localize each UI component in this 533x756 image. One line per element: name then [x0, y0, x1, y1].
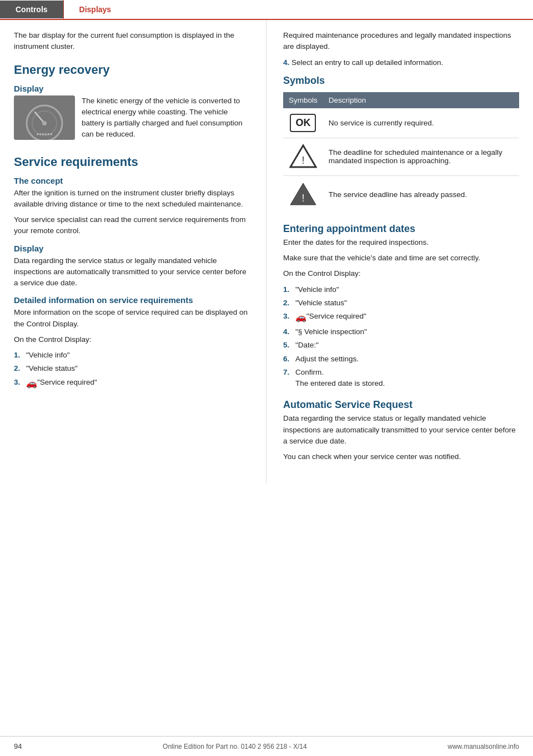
page-footer: 94 Online Edition for Part no. 0140 2 95… [0, 736, 533, 756]
ok-symbol: OK [290, 114, 316, 132]
list-text: "Service required" [306, 311, 366, 324]
auto-service-title: Automatic Service Request [283, 399, 519, 411]
list-item: 5. "Date:" [283, 340, 519, 351]
energy-display-subtitle: Display [14, 84, 252, 93]
list-num: 3. [283, 311, 295, 324]
footer-copyright: Online Edition for Part no. 0140 2 956 2… [163, 743, 307, 750]
page-number: 94 [14, 742, 22, 750]
car-icon: 🚗 [26, 377, 37, 390]
footer-website: www.manualsonline.info [447, 743, 519, 750]
left-numbered-list: 1. "Vehicle info" 2. "Vehicle status" 3.… [14, 350, 252, 390]
concept-text1: After the ignition is turned on the inst… [14, 188, 252, 210]
triangle-filled-icon: ! [289, 182, 317, 206]
description-cell: No service is currently required. [323, 108, 519, 138]
intro-text: The bar display for the current fuel con… [14, 30, 252, 53]
list-item: 4. "§ Vehicle inspection" [283, 326, 519, 337]
list-item: 6. Adjust the settings. [283, 354, 519, 365]
main-content: The bar display for the current fuel con… [0, 20, 533, 483]
left-column: The bar display for the current fuel con… [0, 20, 266, 483]
list-text: Confirm. [295, 367, 324, 378]
auto-service-text2: You can check when your service center w… [283, 451, 519, 462]
energy-recovery-title: Energy recovery [14, 63, 252, 77]
list-item: 1. "Vehicle info" [14, 350, 252, 361]
list-num: 2. [14, 363, 26, 374]
detailed-info-text: More information on the scope of service… [14, 307, 252, 330]
list-text: "Vehicle info" [26, 350, 70, 361]
list-item: 3. 🚗 "Service required" [14, 377, 252, 390]
list-num: 3. [14, 377, 26, 390]
symbol-cell-triangle2: ! [283, 175, 323, 213]
detailed-info-subtitle: Detailed information on service requirem… [14, 295, 252, 305]
svg-text:●●●●●●: ●●●●●● [37, 132, 53, 137]
list-num: 1. [283, 284, 295, 295]
concept-subtitle: The concept [14, 176, 252, 185]
service-display-text: Data regarding the service status or leg… [14, 255, 252, 289]
list-num: 6. [283, 354, 295, 365]
list-subtext: The entered date is stored. [295, 379, 385, 387]
right-column: Required maintenance procedures and lega… [266, 20, 533, 483]
service-display-subtitle: Display [14, 244, 252, 253]
list-item: 7. Confirm. The entered date is stored. [283, 367, 519, 390]
list-num: 7. [283, 367, 295, 378]
table-row: OK No service is currently required. [283, 108, 519, 138]
symbols-col-header: Symbols [283, 92, 323, 108]
car-icon: 🚗 [295, 311, 306, 324]
symbols-table: Symbols Description OK No service is cur… [283, 92, 519, 213]
entering-dates-text1: Enter the dates for the required inspect… [283, 237, 519, 248]
service-requirements-title: Service requirements [14, 155, 252, 169]
entering-dates-title: Entering appointment dates [283, 223, 519, 235]
control-display-label-left: On the Control Display: [14, 334, 252, 345]
list-item: 3. 🚗 "Service required" [283, 311, 519, 324]
svg-text:!: ! [301, 193, 304, 204]
list-num: 4. [283, 326, 295, 337]
list-item: 2. "Vehicle status" [283, 298, 519, 309]
list-text: "Service required" [37, 377, 97, 390]
list-item: 2. "Vehicle status" [14, 363, 252, 374]
table-row: ! The service deadline has already passe… [283, 175, 519, 213]
list-text: "Vehicle info" [295, 284, 339, 295]
description-col-header: Description [323, 92, 519, 108]
svg-point-4 [42, 121, 47, 125]
tab-displays[interactable]: Displays [64, 1, 127, 18]
list-text: "Vehicle status" [26, 363, 78, 374]
description-cell: The deadline for scheduled maintenance o… [323, 138, 519, 175]
page-header: Controls Displays [0, 0, 533, 20]
symbol-cell-ok: OK [283, 108, 323, 138]
list-text: Adjust the settings. [295, 354, 359, 365]
tab-controls[interactable]: Controls [0, 1, 63, 18]
symbol-cell-triangle1: ! [283, 138, 323, 175]
right-numbered-list: 1. "Vehicle info" 2. "Vehicle status" 3.… [283, 284, 519, 390]
symbols-title: Symbols [283, 75, 519, 87]
triangle-outline-icon: ! [289, 144, 317, 168]
list-num: 2. [283, 298, 295, 309]
list-text: "Vehicle status" [295, 298, 347, 309]
step4-text: 4. Select an entry to call up detailed i… [283, 57, 519, 68]
list-num: 5. [283, 340, 295, 351]
list-item: 1. "Vehicle info" [283, 284, 519, 295]
auto-service-text1: Data regarding the service status or leg… [283, 413, 519, 447]
table-row: ! The deadline for scheduled maintenance… [283, 138, 519, 175]
energy-recovery-image: ●●●●●● [14, 95, 75, 140]
control-display-label-right: On the Control Display: [283, 268, 519, 279]
svg-text:!: ! [301, 155, 304, 166]
concept-text2: Your service specialist can read the cur… [14, 214, 252, 237]
entering-dates-text2: Make sure that the vehicle's date and ti… [283, 253, 519, 264]
list-text: "Date:" [295, 340, 319, 351]
maintenance-text: Required maintenance procedures and lega… [283, 30, 519, 53]
energy-display-block: ●●●●●● The kinetic energy of the vehicle… [14, 95, 252, 145]
list-text: "§ Vehicle inspection" [295, 326, 367, 337]
list-num: 1. [14, 350, 26, 361]
description-cell: The service deadline has already passed. [323, 175, 519, 213]
